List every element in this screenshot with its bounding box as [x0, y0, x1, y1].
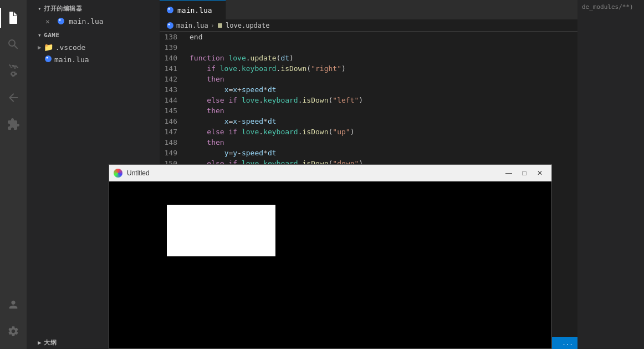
- activity-bar: [0, 0, 27, 349]
- overlay-title-text: Untitled: [127, 169, 497, 177]
- line-number: 142: [160, 74, 183, 84]
- right-panel-text: de_modules/**): [577, 2, 644, 12]
- breadcrumb-symbol[interactable]: love.update: [226, 22, 269, 29]
- love2d-icon: [114, 169, 122, 178]
- close-button[interactable]: ✕: [533, 168, 547, 179]
- line-number: 144: [160, 95, 183, 105]
- settings-icon[interactable]: [0, 318, 27, 345]
- vscode-folder-name: .vscode: [55, 43, 86, 52]
- files-icon[interactable]: [0, 4, 27, 31]
- line-number: 141: [160, 63, 183, 74]
- main-lua-tree-item[interactable]: main.lua: [27, 53, 160, 65]
- chevron-down-icon2: ▾: [38, 32, 42, 39]
- line-number: 140: [160, 53, 183, 63]
- svg-point-6: [167, 22, 173, 29]
- breadcrumb: main.lua › love.update: [160, 19, 577, 32]
- open-editors-header[interactable]: ▾ 打开的编辑器: [27, 0, 160, 15]
- code-line: x=x-speed*dt: [190, 116, 577, 127]
- overlay-window-controls: — □ ✕: [502, 168, 547, 179]
- love2d-sprite: [167, 205, 275, 256]
- chevron-right-outline-icon: ▶: [38, 339, 42, 346]
- line-number: 149: [160, 148, 183, 158]
- line-number: 139: [160, 42, 183, 53]
- svg-rect-8: [218, 23, 222, 28]
- line-number: 146: [160, 116, 183, 127]
- svg-point-0: [58, 18, 64, 24]
- line-number: 145: [160, 105, 183, 116]
- run-debug-icon[interactable]: [0, 84, 27, 111]
- vscode-folder-item[interactable]: ▶ 📁 .vscode: [27, 41, 160, 53]
- tab-main-lua[interactable]: main.lua: [160, 0, 226, 19]
- extensions-icon[interactable]: [0, 111, 27, 138]
- code-line: [190, 42, 577, 53]
- tab-filename: main.lua: [177, 6, 212, 14]
- breadcrumb-symbol-icon: [217, 22, 223, 29]
- svg-point-1: [59, 19, 61, 21]
- open-editors-label: 打开的编辑器: [44, 4, 82, 13]
- main-lua-tree-name: main.lua: [54, 55, 89, 64]
- line-number: 147: [160, 127, 183, 137]
- code-line: end: [190, 32, 577, 42]
- code-line: then: [190, 74, 577, 84]
- svg-point-3: [47, 57, 48, 58]
- account-icon[interactable]: [0, 291, 27, 318]
- close-file-icon[interactable]: ✕: [42, 16, 53, 27]
- outline-label: 大纲: [44, 338, 57, 347]
- tab-bar: main.lua: [160, 0, 577, 19]
- lua-file-icon: [55, 16, 67, 27]
- source-control-icon[interactable]: [0, 58, 27, 84]
- tab-lua-icon: [166, 6, 174, 14]
- lua-tree-icon: [44, 55, 52, 64]
- line-number: 148: [160, 137, 183, 148]
- chevron-down-icon: ▾: [38, 5, 42, 12]
- svg-point-5: [168, 8, 170, 10]
- overlay-titlebar[interactable]: Untitled — □ ✕: [109, 165, 551, 181]
- code-line: then: [190, 105, 577, 116]
- right-panel: de_modules/**): [577, 0, 644, 349]
- code-line: y=y-speed*dt: [190, 148, 577, 158]
- line-number: 143: [160, 84, 183, 95]
- folder-icon: 📁: [44, 43, 53, 52]
- code-line: if love.keyboard.isDown("right"): [190, 63, 577, 74]
- breadcrumb-separator: ›: [211, 22, 214, 29]
- chevron-right-icon: ▶: [38, 44, 42, 51]
- open-editor-filename: main.lua: [69, 17, 104, 26]
- code-line: function love.update(dt): [190, 53, 577, 63]
- love2d-window: Untitled — □ ✕: [109, 164, 552, 349]
- svg-point-7: [168, 23, 170, 25]
- line-number: 138: [160, 32, 183, 42]
- code-line: else if love.keyboard.isDown("up"): [190, 127, 577, 137]
- svg-point-2: [45, 55, 52, 62]
- breadcrumb-filename[interactable]: main.lua: [176, 22, 208, 29]
- minimize-button[interactable]: —: [502, 168, 516, 179]
- status-dots[interactable]: ...: [562, 340, 573, 347]
- game-folder-label: GAME: [44, 32, 60, 39]
- svg-point-4: [167, 7, 173, 13]
- game-folder-header[interactable]: ▾ GAME: [27, 27, 160, 41]
- code-line: x=x+speed*dt: [190, 84, 577, 95]
- code-line: else if love.keyboard.isDown("left"): [190, 95, 577, 105]
- open-editor-main-lua[interactable]: ✕ main.lua: [27, 15, 160, 27]
- overlay-canvas[interactable]: [109, 181, 551, 348]
- maximize-button[interactable]: □: [517, 168, 531, 179]
- search-icon[interactable]: [0, 31, 27, 58]
- code-line: then: [190, 137, 577, 148]
- breadcrumb-file-icon: [166, 22, 174, 29]
